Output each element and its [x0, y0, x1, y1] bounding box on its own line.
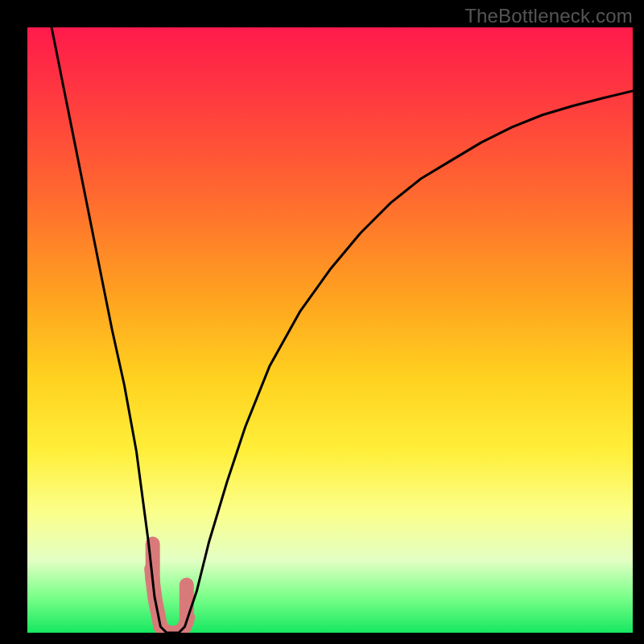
watermark-text: TheBottleneck.com	[464, 5, 633, 27]
highlight-stroke	[151, 569, 188, 633]
bottleneck-curve	[52, 27, 633, 633]
highlight-region	[151, 544, 188, 634]
chart-frame: TheBottleneck.com	[0, 0, 644, 644]
chart-plot-area	[27, 27, 633, 633]
chart-svg-layer	[27, 27, 633, 633]
